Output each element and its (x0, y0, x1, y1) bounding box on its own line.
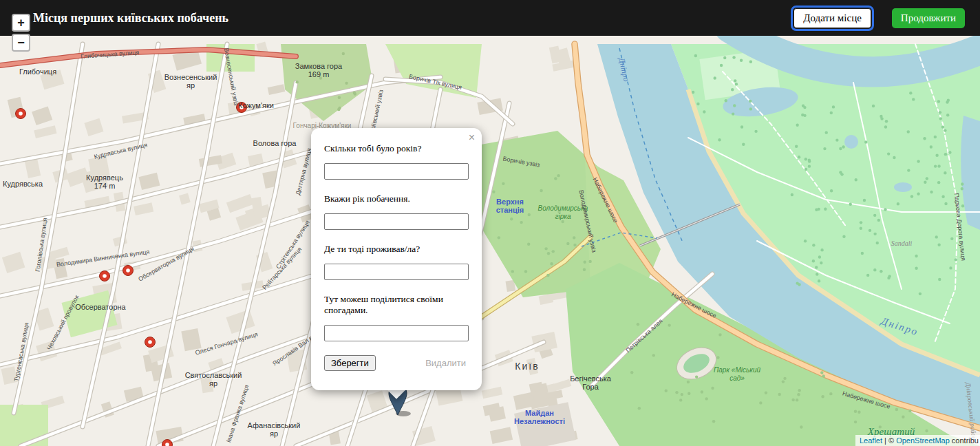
map-label: Глибочиця (19, 67, 56, 76)
map-label: Верхнястанція (496, 198, 524, 214)
header-buttons: Додати місце Продовжити (793, 8, 965, 28)
map-label: Кудрявська (3, 180, 43, 188)
zoom-out-button[interactable]: − (12, 34, 30, 52)
map-label: Обсерваторна (75, 303, 126, 311)
age-label: Скільки тобі було років? (324, 143, 469, 154)
age-input[interactable] (324, 163, 469, 180)
continue-button[interactable]: Продовжити (892, 8, 965, 28)
attribution-separator: | © (882, 436, 896, 445)
map-label: Кожум'яки (238, 101, 274, 109)
year-input[interactable] (324, 213, 469, 230)
zoom-in-button[interactable]: + (12, 14, 30, 32)
app-title: Місця перших київських побачень (33, 11, 228, 25)
popup-actions: Зберегти Видалити (324, 355, 469, 371)
osm-link[interactable]: OpenStreetMap (896, 436, 950, 445)
attribution-suffix: contribu (950, 436, 979, 445)
popup-form: Скільки тобі було років? Вкажи рік побач… (324, 143, 469, 371)
delete-button[interactable]: Видалити (423, 356, 469, 370)
map-marker[interactable] (145, 337, 156, 348)
map-label: Sandali (891, 240, 913, 247)
popup-close-button[interactable]: × (469, 132, 475, 143)
residence-label: Де ти тоді проживав/ла? (324, 244, 469, 255)
memories-label: Тут можеш поділитися своїми спогадами. (324, 294, 469, 316)
save-button[interactable]: Зберегти (324, 355, 376, 371)
map-marker[interactable] (16, 109, 26, 119)
map-label: Київ (515, 361, 539, 372)
leaflet-link[interactable]: Leaflet (860, 436, 882, 445)
add-place-button[interactable]: Додати місце (793, 8, 871, 28)
map-label: Волова гора (253, 139, 297, 147)
map-marker[interactable] (100, 271, 110, 282)
header-bar: Місця перших київських побачень Додати м… (0, 0, 980, 36)
residence-input[interactable] (324, 264, 469, 280)
place-popup: × Скільки тобі було років? Вкажи рік поб… (311, 128, 482, 390)
map-attribution: Leaflet | © OpenStreetMap contribu (855, 435, 980, 446)
memories-input[interactable] (324, 325, 469, 341)
map-marker[interactable] (123, 266, 134, 276)
year-label: Вкажи рік побачення. (324, 193, 469, 204)
map-canvas[interactable]: ГлибочицяВознесенськийярЗамкова гора169 … (0, 0, 980, 446)
zoom-control: + − (12, 14, 30, 54)
